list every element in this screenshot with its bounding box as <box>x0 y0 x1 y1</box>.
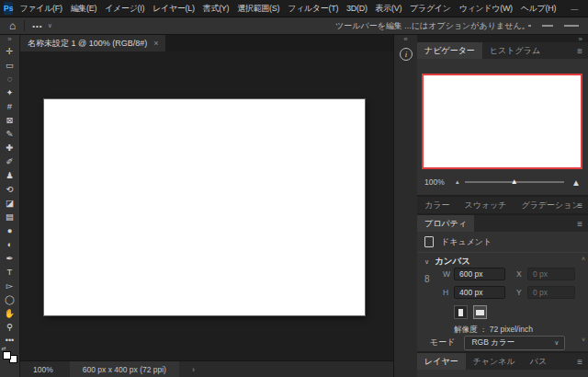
navigator-tab-bar: ナビゲーター ヒストグラム ≡ <box>417 42 588 59</box>
menu-type[interactable]: 書式(Y) <box>203 3 230 15</box>
brush-tool[interactable]: ✐ <box>0 154 20 168</box>
eyedropper-tool[interactable]: ✎ <box>0 127 20 141</box>
menu-3d[interactable]: 3D(D) <box>346 4 368 13</box>
panel-menu-icon[interactable]: ≡ <box>577 200 582 211</box>
menu-view[interactable]: 表示(V) <box>376 3 402 15</box>
chevron-down-icon[interactable]: ∨ <box>48 22 52 29</box>
mode-row: モード RGB カラー ∨ <box>430 335 565 350</box>
tab-channels[interactable]: チャンネル <box>466 353 523 370</box>
width-field[interactable]: 600 px <box>454 268 505 280</box>
eraser-tool[interactable]: ◪ <box>0 196 20 210</box>
hand-tool[interactable]: ✋ <box>0 306 20 320</box>
move-tool[interactable]: ✛ <box>0 44 20 58</box>
pen-tool[interactable]: ✒ <box>0 251 20 265</box>
menu-image[interactable]: イメージ(I) <box>105 3 144 15</box>
status-zoom-field[interactable]: 100% <box>33 365 53 374</box>
tab-layers[interactable]: レイヤー <box>417 353 466 370</box>
slider-thumb[interactable]: ▲ <box>511 177 518 186</box>
tab-color[interactable]: カラー <box>417 197 457 213</box>
landscape-icon <box>476 310 484 315</box>
status-bar: 100% 600 px x 400 px (72 ppi) › <box>20 360 393 377</box>
tab-histogram[interactable]: ヒストグラム <box>482 42 548 59</box>
portrait-orientation-button[interactable] <box>454 305 468 319</box>
options-right-icons <box>528 17 579 34</box>
options-wide-bar-icon[interactable] <box>564 25 579 27</box>
foreground-background-swatches[interactable]: ⇄ <box>3 348 17 363</box>
navigator-zoom-field[interactable]: 100% <box>424 177 456 187</box>
photoshop-logo-icon: Ps <box>4 2 13 15</box>
menu-filter[interactable]: フィルター(T) <box>288 3 338 15</box>
panel-menu-icon[interactable]: ≡ <box>577 46 582 56</box>
info-panel-icon[interactable]: i <box>400 48 413 61</box>
x-field[interactable]: 0 px <box>527 268 575 280</box>
navigator-zoom-slider[interactable]: ▲ <box>465 181 565 183</box>
menu-window[interactable]: ウィンドウ(W) <box>459 3 513 15</box>
options-bar-icon[interactable] <box>542 25 553 27</box>
menu-edit[interactable]: 編集(E) <box>71 3 97 15</box>
properties-panel: ドキュメント ∨ カンバス 8 W 600 px X 0 px H 400 px… <box>417 232 588 351</box>
home-icon[interactable]: ⌂ <box>9 19 16 32</box>
properties-tab-bar: プロパティ ≡ <box>417 215 588 232</box>
tab-properties[interactable]: プロパティ <box>417 215 474 232</box>
picker-tab-bar: カラー スウォッチ グラデーション パターン ≡ <box>417 197 588 213</box>
clone-stamp-tool[interactable]: ♟ <box>0 168 20 182</box>
gradient-tool[interactable]: ▤ <box>0 210 20 223</box>
blur-tool[interactable]: ● <box>0 223 20 237</box>
zoom-out-icon[interactable]: ▴ <box>456 178 459 186</box>
pasteboard <box>20 51 393 360</box>
dodge-tool[interactable]: ◐ <box>0 237 20 251</box>
status-chevron-icon[interactable]: › <box>192 365 195 374</box>
menu-select[interactable]: 選択範囲(S) <box>237 3 279 15</box>
menu-file[interactable]: ファイル(F) <box>19 3 62 15</box>
zoom-tool[interactable]: ⚲ <box>0 320 20 334</box>
panel-menu-icon[interactable]: ≡ <box>577 219 582 229</box>
width-row: W 600 px X 0 px <box>443 267 586 280</box>
chevron-down-icon: ∨ <box>554 339 559 347</box>
history-brush-tool[interactable]: ⟲ <box>0 182 20 196</box>
y-field[interactable]: 0 px <box>527 286 575 299</box>
frame-tool[interactable]: ⊠ <box>0 113 20 127</box>
zoom-in-icon[interactable]: ▲ <box>571 177 581 188</box>
default-colors-icon[interactable]: ⇄ <box>2 345 6 351</box>
landscape-orientation-button[interactable] <box>473 305 487 319</box>
scroll-up-icon[interactable]: ˄ <box>582 256 585 262</box>
lasso-tool[interactable]: ◌ <box>0 72 20 86</box>
options-dot-icon[interactable] <box>528 25 531 27</box>
divider <box>417 252 588 253</box>
close-icon[interactable]: × <box>153 39 158 48</box>
scroll-down-icon[interactable]: ˅ <box>582 337 585 343</box>
tab-swatches[interactable]: スウォッチ <box>457 197 514 213</box>
panel-menu-icon[interactable]: ≡ <box>577 357 582 367</box>
tab-paths[interactable]: パス <box>523 353 554 370</box>
document-tab[interactable]: 名称未設定 1 @ 100% (RGB/8#) × <box>20 35 165 51</box>
navigator-proxy-preview[interactable] <box>422 74 582 169</box>
menu-layer[interactable]: レイヤー(L) <box>153 3 195 15</box>
document-type-label: ドキュメント <box>441 236 492 248</box>
foreground-color-swatch[interactable] <box>3 351 11 360</box>
height-field[interactable]: 400 px <box>454 286 505 299</box>
menu-plugins[interactable]: プラグイン <box>410 3 451 15</box>
document-tab-bar: 名称未設定 1 @ 100% (RGB/8#) × <box>20 35 393 51</box>
rail-collapse-icon[interactable]: « <box>394 35 417 43</box>
minimize-button[interactable]: — <box>564 0 584 17</box>
status-document-size[interactable]: 600 px x 400 px (72 ppi) <box>70 361 179 377</box>
marquee-tool[interactable]: ▭ <box>0 58 20 72</box>
maximize-button[interactable]: □ <box>584 0 588 17</box>
canvas[interactable] <box>44 99 365 315</box>
mode-select[interactable]: RGB カラー ∨ <box>464 336 565 350</box>
crop-tool[interactable]: # <box>0 99 20 113</box>
edit-toolbar-button[interactable]: ••• <box>6 334 14 346</box>
toolbar-collapse-icon[interactable]: » <box>7 35 11 44</box>
object-selection-tool[interactable]: ✦ <box>0 86 20 99</box>
shape-tool[interactable]: ◯ <box>0 292 20 306</box>
healing-brush-tool[interactable]: ✚ <box>0 141 20 154</box>
document-type-row[interactable]: ドキュメント <box>424 234 492 249</box>
tab-navigator[interactable]: ナビゲーター <box>417 42 482 59</box>
menu-help[interactable]: ヘルプ(H) <box>521 3 556 15</box>
type-tool[interactable]: T <box>0 265 20 279</box>
path-selection-tool[interactable]: ▻ <box>0 279 20 292</box>
photoshop-window: Ps ファイル(F) 編集(E) イメージ(I) レイヤー(L) 書式(Y) 選… <box>0 0 588 377</box>
link-dimensions-icon[interactable]: 8 <box>424 274 430 284</box>
layers-tab-bar: レイヤー チャンネル パス ≡ <box>417 353 588 370</box>
tool-preset-button[interactable]: ••• <box>32 22 42 30</box>
